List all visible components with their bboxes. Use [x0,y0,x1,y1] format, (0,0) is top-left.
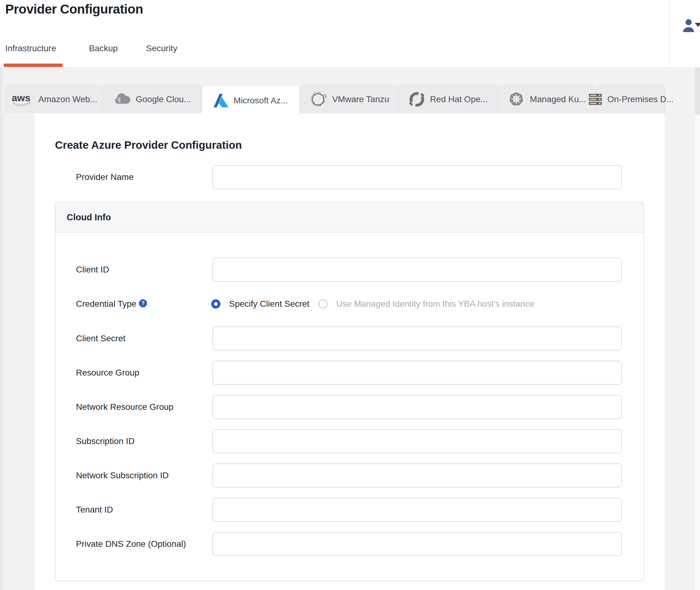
provider-tab-label: Managed Ku... [530,94,586,104]
provider-tab-kubernetes[interactable]: Managed Ku... [498,85,596,113]
provider-tabs: aws Amazon Web... Google Clou... Microso… [5,85,665,116]
cloud-info-header [55,202,644,233]
aws-logo-icon: aws [10,92,33,107]
client-secret-input[interactable] [212,326,622,351]
provider-tab-label: Amazon Web... [38,94,97,104]
cloud-info-title: Cloud Info [67,212,111,222]
tenant-id-label: Tenant ID [76,505,113,515]
vmware-tanzu-logo-icon [310,91,327,108]
tab-security[interactable]: Security [146,43,177,54]
azure-logo-icon [213,93,229,108]
provider-tab-gcp[interactable]: Google Clou... [103,85,201,113]
network-resource-group-input[interactable] [212,395,622,419]
provider-tab-openshift[interactable]: Red Hat Ope... [399,85,497,113]
subscription-id-label: Subscription ID [76,436,135,446]
private-dns-zone-input[interactable] [212,532,622,556]
form-heading: Create Azure Provider Configuration [55,139,242,151]
tab-backup[interactable]: Backup [89,43,118,54]
provider-tab-label: VMware Tanzu [332,94,389,104]
scrollbar-thumb[interactable] [695,67,700,115]
header-divider [669,0,669,67]
person-icon[interactable] [681,29,696,34]
chevron-down-icon[interactable] [695,23,700,27]
provider-name-label: Provider Name [76,172,134,182]
provider-tab-label: Microsoft Az... [234,96,288,106]
client-id-input[interactable] [212,258,622,282]
openshift-logo-icon [409,91,425,108]
provider-name-input[interactable] [212,165,622,189]
provider-tab-azure[interactable]: Microsoft Az... [202,85,299,116]
credential-type-label: Credential Type [76,299,137,309]
active-tab-underline [4,64,63,67]
subscription-id-input[interactable] [212,429,622,453]
tab-infrastructure[interactable]: Infrastructure [5,43,56,54]
private-dns-zone-label: Private DNS Zone (Optional) [76,539,186,549]
provider-tab-label: On-Premises D... [607,94,674,104]
network-subscription-id-label: Network Subscription ID [76,471,169,480]
network-subscription-id-input[interactable] [212,464,622,488]
client-id-label: Client ID [76,265,109,275]
resource-group-label: Resource Group [76,368,139,378]
svg-text:aws: aws [12,92,30,103]
radio-managed-identity[interactable] [318,299,328,309]
provider-tab-label: Red Hat Ope... [430,94,488,104]
resource-group-input[interactable] [212,361,622,385]
radio-specify-client-secret[interactable] [211,299,221,309]
radio-managed-identity-label: Use Managed Identity from this YBA host'… [336,299,534,309]
radio-specify-client-secret-label[interactable]: Specify Client Secret [229,299,310,309]
provider-tab-onprem[interactable]: On-Premises D... [597,85,665,113]
network-resource-group-label: Network Resource Group [76,402,174,412]
left-edge-shade [0,67,4,590]
google-cloud-logo-icon [114,92,131,107]
client-secret-label: Client Secret [76,333,125,343]
kubernetes-logo-icon [508,91,525,108]
server-rack-icon [588,92,602,106]
provider-tab-aws[interactable]: aws Amazon Web... [5,85,103,113]
page-title: Provider Configuration [5,2,143,17]
provider-tab-label: Google Clou... [136,94,191,104]
scrollbar-track[interactable] [695,67,700,590]
help-icon[interactable]: ? [139,299,147,307]
tenant-id-input[interactable] [212,498,622,522]
provider-tab-tanzu[interactable]: VMware Tanzu [300,85,398,113]
